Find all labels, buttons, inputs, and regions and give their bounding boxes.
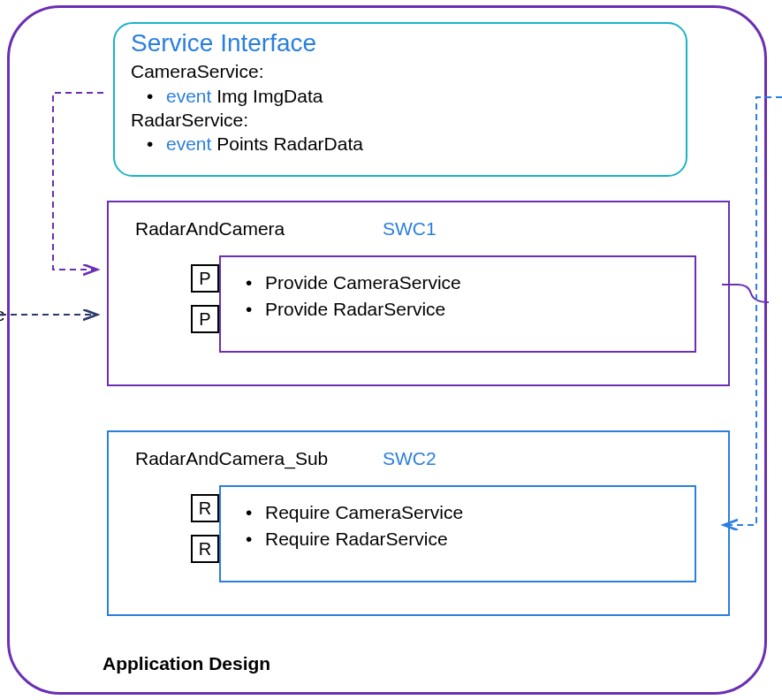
swc1-service-line-1: • Provide CameraService	[240, 270, 686, 296]
bullet-icon: •	[240, 499, 265, 526]
swc2-line1-prefix: Require	[265, 502, 335, 522]
swc2-line2-service: RadarService	[335, 529, 447, 549]
bullet-icon: •	[240, 296, 265, 323]
application-design-label: Application Design	[102, 653, 270, 674]
swc1-tag: SWC1	[383, 218, 437, 240]
swc2-service-line-2: • Require RadarService	[240, 526, 686, 552]
event-keyword: event	[166, 133, 211, 154]
radar-service-event: • event Points RadarData	[131, 132, 670, 156]
swc1-line2-prefix: Provide	[265, 299, 333, 319]
radar-service-label: RadarService:	[131, 108, 670, 132]
camera-service-event: • event Img ImgData	[131, 84, 670, 108]
swc2-port-r-1: R	[191, 494, 219, 522]
radar-event-signature: Points RadarData	[211, 133, 363, 154]
swc1-service-line-2: • Provide RadarService	[240, 296, 686, 323]
swc2-tag: SWC2	[383, 448, 437, 469]
swc1-box: RadarAndCamera SWC1 P P • Provide Camera…	[107, 201, 730, 386]
swc2-box: RadarAndCamera_Sub SWC2 R R • Require Ca…	[107, 430, 730, 616]
swc2-line1-service: CameraService	[335, 502, 463, 522]
camera-event-signature: Img ImgData	[211, 86, 323, 106]
bullet-icon: •	[240, 270, 265, 296]
swc1-port-p-1: P	[191, 264, 219, 293]
service-interface-box: Service Interface CameraService: • event…	[113, 22, 687, 177]
swc1-line2-service: RadarService	[333, 299, 445, 319]
swc2-port-r-2: R	[191, 535, 219, 563]
swc2-services: • Require CameraService • Require RadarS…	[219, 485, 696, 582]
bullet-icon: •	[131, 132, 166, 156]
bullet-icon: •	[240, 526, 265, 552]
application-design-container: Service Interface CameraService: • event…	[7, 5, 767, 695]
swc1-port-p-2: P	[191, 305, 219, 333]
swc1-line1-service: CameraService	[333, 272, 461, 293]
camera-service-label: CameraService:	[131, 59, 670, 83]
event-keyword: event	[166, 86, 211, 106]
swc1-line1-prefix: Provide	[265, 272, 333, 293]
clipped-text: e	[0, 304, 5, 325]
swc2-service-line-1: • Require CameraService	[240, 499, 686, 526]
swc2-name: RadarAndCamera_Sub	[135, 448, 328, 469]
swc2-line2-prefix: Require	[265, 529, 335, 549]
swc1-services: • Provide CameraService • Provide RadarS…	[219, 255, 696, 353]
bullet-icon: •	[131, 84, 166, 108]
service-interface-title: Service Interface	[131, 27, 670, 59]
swc1-name: RadarAndCamera	[135, 218, 285, 240]
